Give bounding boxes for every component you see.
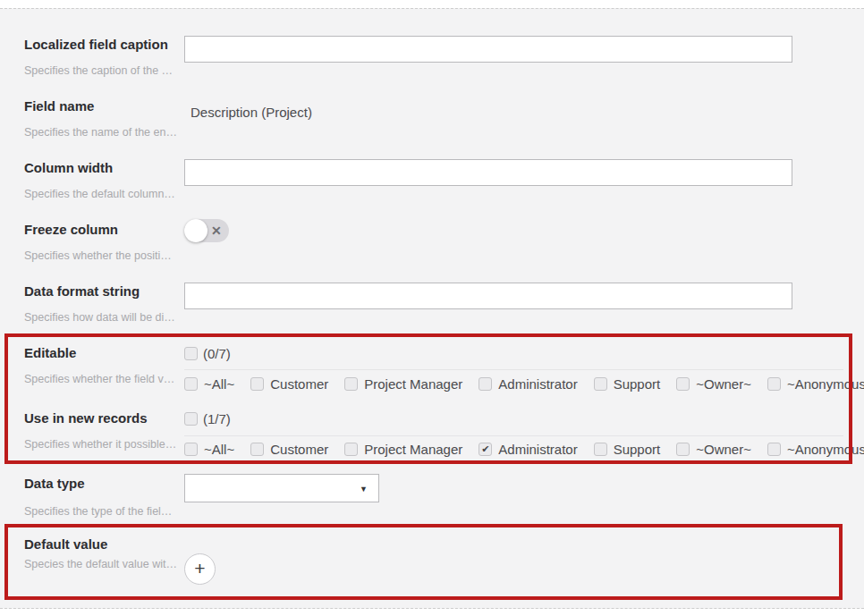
- checkbox-icon[interactable]: [767, 377, 781, 391]
- field-settings-page: Localized field caption Specifies the ca…: [0, 0, 864, 616]
- use-in-new-records-summary: (1/7): [184, 411, 231, 426]
- data-format-input[interactable]: [184, 283, 792, 309]
- checkbox-icon[interactable]: [676, 377, 690, 391]
- checkbox-icon[interactable]: [184, 443, 198, 456]
- editable-label: Editable: [24, 345, 76, 360]
- use-in-new-records-roles-row: ~All~ Customer Project Manager ✔Administ…: [184, 442, 864, 457]
- data-format-label: Data format string: [24, 283, 140, 299]
- editable-role-all[interactable]: ~All~: [184, 376, 234, 392]
- checkbox-icon[interactable]: [767, 443, 781, 456]
- data-format-desc: Specifies how data will be di…: [24, 311, 175, 324]
- data-type-select[interactable]: ▼: [184, 474, 379, 502]
- newrec-role-all[interactable]: ~All~: [184, 442, 234, 457]
- editable-summary-checkbox[interactable]: [184, 347, 198, 360]
- use-in-new-records-summary-count: (1/7): [203, 411, 231, 426]
- newrec-role-project-manager[interactable]: Project Manager: [344, 442, 462, 457]
- newrec-role-customer[interactable]: Customer: [250, 442, 328, 457]
- field-name-label: Field name: [24, 98, 94, 114]
- editable-role-anonymous[interactable]: ~Anonymous~: [767, 376, 864, 392]
- newrec-role-owner[interactable]: ~Owner~: [676, 442, 751, 457]
- use-in-new-records-desc: Specifies whether it possible…: [24, 438, 176, 451]
- use-in-new-records-summary-checkbox[interactable]: [184, 412, 198, 426]
- editable-desc: Specifies whether the field v…: [24, 373, 174, 385]
- checkbox-icon[interactable]: [250, 443, 264, 456]
- toggle-knob[interactable]: [184, 219, 208, 242]
- newrec-role-support[interactable]: Support: [594, 442, 661, 457]
- divider: [184, 435, 843, 436]
- editable-role-support[interactable]: Support: [594, 376, 661, 392]
- localized-caption-label: Localized field caption: [24, 37, 168, 52]
- default-value-desc: Species the default value wit…: [24, 558, 177, 570]
- localized-caption-input[interactable]: [184, 36, 792, 63]
- checkbox-icon[interactable]: [184, 377, 198, 391]
- editable-summary: (0/7): [184, 346, 231, 361]
- column-width-input[interactable]: [184, 159, 792, 186]
- checkbox-checked-icon[interactable]: ✔: [479, 443, 492, 456]
- chevron-down-icon: ▼: [360, 485, 368, 494]
- field-name-desc: Specifies the name of the en…: [24, 126, 177, 139]
- use-in-new-records-label: Use in new records: [24, 410, 148, 426]
- column-width-desc: Specifies the default column…: [24, 188, 175, 200]
- checkbox-icon[interactable]: [344, 443, 358, 456]
- editable-role-customer[interactable]: Customer: [250, 376, 328, 392]
- editable-roles-row: ~All~ Customer Project Manager Administr…: [184, 376, 864, 392]
- freeze-column-label: Freeze column: [24, 222, 118, 237]
- checkbox-icon[interactable]: [479, 377, 492, 391]
- add-default-value-button[interactable]: +: [184, 553, 216, 585]
- checkbox-icon[interactable]: [344, 377, 358, 391]
- toggle-off-icon: ✕: [211, 223, 222, 239]
- newrec-role-anonymous[interactable]: ~Anonymous~: [767, 442, 864, 457]
- data-type-desc: Specifies the type of the fiel…: [24, 505, 172, 518]
- divider: [184, 369, 843, 370]
- newrec-role-administrator[interactable]: ✔Administrator: [479, 442, 577, 457]
- editable-role-owner[interactable]: ~Owner~: [676, 376, 751, 392]
- checkbox-icon[interactable]: [250, 377, 264, 391]
- default-value-label: Default value: [24, 536, 107, 552]
- freeze-column-toggle[interactable]: ✕: [184, 219, 229, 242]
- column-width-label: Column width: [24, 160, 113, 175]
- checkbox-icon[interactable]: [594, 443, 607, 456]
- localized-caption-desc: Specifies the caption of the …: [24, 64, 173, 77]
- editable-role-administrator[interactable]: Administrator: [479, 376, 577, 392]
- editable-role-project-manager[interactable]: Project Manager: [344, 376, 462, 392]
- editable-summary-count: (0/7): [203, 346, 231, 361]
- freeze-column-desc: Specifies whether the positi…: [24, 249, 172, 262]
- data-type-label: Data type: [24, 476, 85, 491]
- checkbox-icon[interactable]: [676, 443, 690, 456]
- checkbox-icon[interactable]: [594, 377, 607, 391]
- field-name-value: Description (Project): [191, 105, 312, 120]
